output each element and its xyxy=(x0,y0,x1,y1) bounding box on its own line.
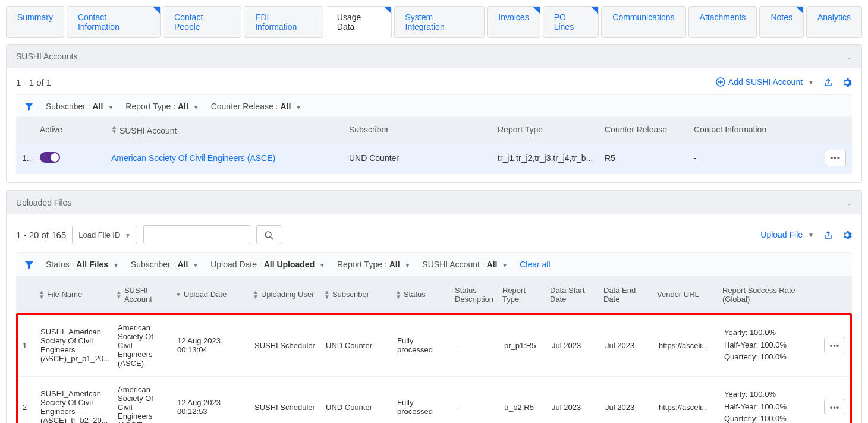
col-status-description[interactable]: Status Description xyxy=(450,276,498,313)
subscriber-cell: UND Counter xyxy=(321,377,392,423)
uploaded-table-header: ▲▼File Name ▲▼SUSHI Account ▼Upload Date… xyxy=(16,276,852,313)
file-name-link[interactable]: SUSHI_American Society Of Civil Engineer… xyxy=(36,377,113,423)
export-icon[interactable] xyxy=(823,229,833,240)
uploaded-table-row[interactable]: 1 SUSHI_American Society Of Civil Engine… xyxy=(18,315,850,377)
chevron-down-icon: ⌄ xyxy=(846,198,852,207)
filter-icon[interactable] xyxy=(24,101,34,111)
search-button[interactable] xyxy=(256,225,281,244)
col-report-type[interactable]: Report Type xyxy=(492,118,599,143)
filter-subscriber[interactable]: Subscriber : All ▼ xyxy=(131,260,199,269)
tab-contact-information[interactable]: Contact Information xyxy=(67,6,161,38)
status-cell: Fully processed xyxy=(392,315,452,376)
col-vendor-url[interactable]: Vendor URL xyxy=(652,276,718,313)
subscriber-cell: UND Counter xyxy=(343,146,492,170)
upload-file-button[interactable]: Upload File ▼ xyxy=(760,230,814,239)
sushi-table-header: Active ▲▼SUSHI Account Subscriber Report… xyxy=(16,118,852,143)
report-type-cell: tr_b2:R5 xyxy=(499,377,547,423)
tab-corner-icon xyxy=(591,7,598,14)
tab-corner-icon xyxy=(384,7,391,14)
subscriber-cell: UND Counter xyxy=(321,315,392,376)
sushi-account-cell: American Society Of Civil Engineers (ASC… xyxy=(113,377,172,423)
col-data-start[interactable]: Data Start Date xyxy=(545,276,599,313)
uploaded-filters: Status : All Files ▼ Subscriber : All ▼ … xyxy=(16,252,852,276)
tab-system-integration[interactable]: System Integration xyxy=(394,6,485,38)
search-icon xyxy=(264,231,273,240)
col-subscriber[interactable]: Subscriber xyxy=(343,118,492,143)
uploaded-panel-header[interactable]: Uploaded Files ⌄ xyxy=(7,191,861,214)
more-actions-button[interactable]: ••• xyxy=(824,399,845,415)
export-icon[interactable] xyxy=(823,77,833,87)
tab-usage-data[interactable]: Usage Data xyxy=(326,6,392,38)
row-number: 1.. xyxy=(16,146,34,170)
active-toggle[interactable] xyxy=(40,152,60,163)
tab-invoices[interactable]: Invoices xyxy=(487,6,540,38)
report-type-cell: pr_p1:R5 xyxy=(499,315,547,376)
col-counter-release[interactable]: Counter Release xyxy=(599,118,688,143)
tab-summary[interactable]: Summary xyxy=(6,6,64,38)
load-file-id-select[interactable]: Load File ID ▼ xyxy=(72,226,137,244)
sushi-panel-header[interactable]: SUSHI Accounts ⌄ xyxy=(7,45,861,68)
filter-icon[interactable] xyxy=(24,259,34,269)
uploaded-files-panel: Uploaded Files ⌄ 1 - 20 of 165 Load File… xyxy=(6,190,862,423)
col-subscriber[interactable]: ▲▼Subscriber xyxy=(319,276,391,313)
tab-attachments[interactable]: Attachments xyxy=(688,6,757,38)
success-rate-cell: Yearly: 100.0% Half-Year: 100.0% Quarter… xyxy=(719,377,803,423)
gear-icon[interactable] xyxy=(842,77,852,87)
tab-communications[interactable]: Communications xyxy=(601,6,685,38)
clear-all-link[interactable]: Clear all xyxy=(520,260,550,269)
tab-analytics[interactable]: Analytics xyxy=(806,6,862,38)
filter-sushi-account[interactable]: SUSHI Account : All ▼ xyxy=(422,260,508,269)
tab-corner-icon xyxy=(533,7,540,14)
gear-icon[interactable] xyxy=(842,229,852,240)
load-file-id-input[interactable] xyxy=(143,225,250,244)
col-report-type[interactable]: Report Type xyxy=(498,276,545,313)
filter-report-type[interactable]: Report Type : All ▼ xyxy=(337,260,410,269)
tab-bar: Summary Contact Information Contact Peop… xyxy=(6,6,862,38)
plus-circle-icon xyxy=(716,77,725,87)
col-status[interactable]: ▲▼Status xyxy=(391,276,450,313)
sushi-account-cell: American Society Of Civil Engineers (ASC… xyxy=(113,315,172,376)
sushi-filters: Subscriber : All ▼ Report Type : All ▼ C… xyxy=(16,94,852,118)
tab-edi-information[interactable]: EDI Information xyxy=(244,6,323,38)
uploaded-panel-title: Uploaded Files xyxy=(16,198,71,207)
col-contact-info[interactable]: Contact Information xyxy=(688,118,801,143)
filter-upload-date[interactable]: Upload Date : All Uploaded ▼ xyxy=(210,260,325,269)
contact-info-cell: - xyxy=(688,146,801,170)
filter-subscriber[interactable]: Subscriber : All ▼ xyxy=(46,102,114,111)
success-rate-cell: Yearly: 100.0% Half-Year: 100.0% Quarter… xyxy=(719,315,803,376)
more-actions-button[interactable]: ••• xyxy=(825,150,846,166)
tab-po-lines[interactable]: PO Lines xyxy=(543,6,599,38)
uploaded-count: 1 - 20 of 165 xyxy=(16,230,66,240)
more-actions-button[interactable]: ••• xyxy=(824,337,845,353)
tab-notes[interactable]: Notes xyxy=(759,6,804,38)
uploaded-table-row[interactable]: 2 SUSHI_American Society Of Civil Engine… xyxy=(18,377,850,423)
tab-corner-icon xyxy=(796,7,803,14)
row-number: 2 xyxy=(18,377,36,423)
col-upload-date[interactable]: ▼Upload Date xyxy=(171,276,248,313)
col-sushi-account[interactable]: ▲▼SUSHI Account xyxy=(111,276,171,313)
sushi-table-row[interactable]: 1.. American Society Of Civil Engineers … xyxy=(16,143,852,174)
data-end-cell: Jul 2023 xyxy=(600,377,654,423)
vendor-url-cell: https://asceli... xyxy=(654,315,719,376)
col-active[interactable]: Active xyxy=(34,118,105,143)
col-uploading-user[interactable]: ▲▼Uploading User xyxy=(248,276,319,313)
col-data-end[interactable]: Data End Date xyxy=(599,276,652,313)
col-file-name[interactable]: ▲▼File Name xyxy=(34,276,111,313)
filter-counter-release[interactable]: Counter Release : All ▼ xyxy=(211,102,301,111)
tab-contact-people[interactable]: Contact People xyxy=(163,6,241,38)
uploading-user-cell: SUSHI Scheduler xyxy=(250,377,321,423)
col-sushi-account[interactable]: ▲▼SUSHI Account xyxy=(105,118,343,143)
report-type-cell: tr_j1,tr_j2,tr_j3,tr_j4,tr_b... xyxy=(492,146,599,170)
row-number: 1 xyxy=(18,315,36,376)
add-sushi-account-button[interactable]: Add SUSHI Account ▼ xyxy=(716,77,814,87)
file-name-link[interactable]: SUSHI_American Society Of Civil Engineer… xyxy=(36,315,113,376)
upload-date-cell: 12 Aug 2023 00:12:53 xyxy=(172,377,250,423)
sushi-account-link[interactable]: American Society Of Civil Engineers (ASC… xyxy=(105,146,343,170)
filter-status[interactable]: Status : All Files ▼ xyxy=(46,260,119,269)
col-success-rate[interactable]: Report Success Rate (Global) xyxy=(718,276,801,313)
filter-report-type[interactable]: Report Type : All ▼ xyxy=(125,102,199,111)
sushi-panel-title: SUSHI Accounts xyxy=(16,52,78,61)
status-desc-cell: - xyxy=(452,377,499,423)
sushi-count: 1 - 1 of 1 xyxy=(16,77,51,87)
status-cell: Fully processed xyxy=(392,377,452,423)
